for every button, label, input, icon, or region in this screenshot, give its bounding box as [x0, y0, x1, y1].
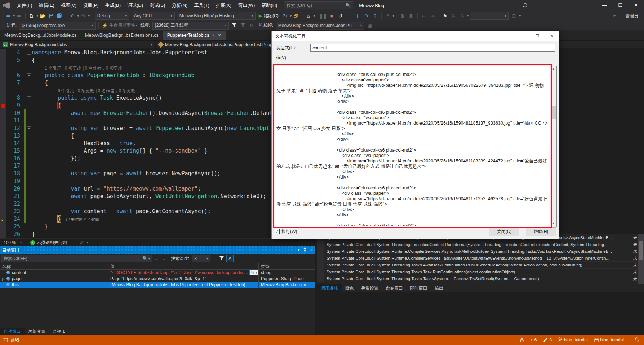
comment-icon[interactable]: 🗎	[399, 12, 407, 20]
close-icon[interactable]: ✕	[218, 33, 221, 38]
save-icon[interactable]	[47, 12, 55, 20]
variable-name-cell[interactable]: content	[0, 270, 108, 276]
scroll-down-icon[interactable]: ▼	[550, 220, 556, 227]
solution-platform-dropdown[interactable]: Any CPU▾	[132, 12, 175, 20]
collapse-icon[interactable]: −	[27, 126, 31, 130]
breakpoint-margin[interactable]	[0, 193, 6, 200]
breakpoint-margin[interactable]	[0, 125, 6, 132]
lifecycle-events-label[interactable]: 生命周期事件	[109, 22, 135, 28]
breakpoint-margin[interactable]	[0, 208, 6, 215]
expression-input[interactable]: content	[310, 44, 555, 52]
stop-debugging-icon[interactable]: ■	[328, 12, 336, 20]
value-text-area[interactable]: <div class="plus-col-xs6 plus-col-md2"> …	[275, 66, 557, 227]
document-tab[interactable]: MeowvBlogBackgr...bsExtensions.cs	[81, 31, 163, 40]
fold-marker[interactable]: −	[26, 49, 32, 57]
fold-marker[interactable]: −	[26, 125, 32, 132]
pin-icon[interactable]: ⊼	[212, 33, 215, 38]
breakpoint-margin[interactable]	[0, 57, 6, 64]
menu-item-s[interactable]: 测试(S)	[146, 0, 168, 11]
variable-row[interactable]: this{Meowv.Blog.BackgroundJobs.Jobs.Pupp…	[0, 282, 315, 288]
redo-icon[interactable]: ↷	[79, 12, 87, 20]
document-tab[interactable]: PuppeteerTestJob.cs⊼✕	[163, 31, 226, 40]
pin-icon[interactable]: ⊼	[303, 248, 306, 252]
previous-bookmark-icon[interactable]: ⚐	[450, 12, 458, 20]
breakpoint-margin[interactable]	[0, 94, 6, 102]
tab-命令窗口[interactable]: 命令窗口	[382, 284, 407, 292]
project-dropdown[interactable]: C# Meowv.Blog.BackgroundJobs▾	[0, 41, 156, 49]
variable-value-cell[interactable]: {Meowv.Blog.BackgroundJobs.Jobs.Puppetee…	[108, 282, 259, 288]
next-bookmark-icon[interactable]: ⚐	[458, 12, 466, 20]
navigate-back-icon[interactable]: ⬅	[4, 12, 12, 20]
breakpoint-margin[interactable]	[0, 230, 6, 238]
breakpoint-margin[interactable]	[0, 170, 6, 178]
minimize-button[interactable]: —	[596, 0, 612, 11]
feedback-icon[interactable]	[522, 2, 528, 9]
step-over-icon[interactable]: ↷	[363, 12, 370, 20]
breakpoint-margin[interactable]	[0, 102, 6, 109]
open-file-icon[interactable]: 📂	[39, 12, 46, 20]
search-icon[interactable]: 🔍	[345, 3, 351, 8]
breakpoint-margin[interactable]	[0, 72, 6, 79]
variable-row[interactable]: ▷pagePage "https://meowv.com/wallpaper?t…	[0, 276, 315, 282]
menu-item-f[interactable]: 文件(F)	[14, 0, 36, 11]
step-out-icon[interactable]: ⇡	[371, 12, 379, 20]
new-file-icon[interactable]: 🗋	[28, 12, 36, 20]
menu-item-t[interactable]: 工具(T)	[191, 0, 213, 11]
stack-frame-row[interactable]: System.Private.CoreLib.dll!System.Thread…	[317, 275, 644, 282]
breakpoint-margin[interactable]	[0, 140, 6, 147]
autos-search-input[interactable]: 搜索(Ctrl+E) 🔍 ▾	[1, 255, 152, 262]
scroll-up-icon[interactable]: ▲	[550, 66, 556, 72]
breakpoint-margin[interactable]	[0, 223, 6, 230]
browser-link-icon[interactable]: 🗗	[292, 12, 300, 20]
breakpoint-margin[interactable]	[0, 132, 6, 140]
breakpoint-margin[interactable]	[0, 155, 6, 162]
autos-variable-grid[interactable]: 名称值类型content"<!DOCTYPE html><html lang=\…	[0, 263, 315, 328]
tab-自动窗口[interactable]: 自动窗口	[0, 328, 25, 335]
restart-debugging-icon[interactable]: ↺	[337, 12, 345, 20]
menu-item-h[interactable]: 帮助(H)	[258, 0, 280, 11]
scrollbar-thumb[interactable]	[551, 106, 556, 119]
outgoing-commits[interactable]: ↑ 6	[530, 337, 537, 342]
empty-dropdown[interactable]: ▾	[470, 12, 509, 20]
collapse-icon[interactable]: −	[27, 96, 31, 100]
stackframe-dropdown[interactable]: Meowv.Blog.BackgroundJobs.Jobs.Pu▾	[276, 22, 364, 30]
collapse-icon[interactable]: −	[27, 73, 31, 77]
dialog-minimize-button[interactable]: —	[516, 31, 530, 41]
filter-icon[interactable]	[218, 256, 225, 261]
code-cleanup-icon[interactable]: 🖉	[78, 239, 86, 247]
search-depth-dropdown[interactable]: 3▾	[192, 255, 210, 262]
stack-frame-row[interactable]: System.Private.CoreLib.dll!System.Thread…	[317, 269, 644, 275]
close-icon[interactable]: ✕	[310, 248, 313, 252]
wrap-checkbox[interactable]: ✓	[275, 229, 280, 234]
notifications-bell-icon[interactable]	[634, 337, 639, 342]
pending-edits[interactable]: 3	[543, 337, 552, 342]
filter-flagged-icon[interactable]	[239, 22, 247, 30]
break-all-icon[interactable]: ❚❚	[319, 12, 327, 20]
restart-icon[interactable]: ↻	[281, 12, 289, 20]
codelens-text[interactable]: 1 个引用 | 0 项更改 | 0 名作者，0 项更改	[32, 66, 123, 71]
close-button[interactable]: ✕	[628, 0, 644, 11]
call-stack-list[interactable]: System.Private.CoreLib.dll!System.Runtim…	[317, 234, 644, 284]
search-icon[interactable]: 🔍	[142, 256, 148, 261]
window-position-icon[interactable]: ▾	[298, 248, 300, 252]
codelens-text[interactable]: 6 个引用 | 0 项更改 | 0 名作者，0 项更改	[32, 88, 136, 93]
menu-item-n[interactable]: 分析(N)	[168, 0, 191, 11]
solution-configuration-dropdown[interactable]: Debug▾	[95, 12, 129, 20]
breakpoint-margin[interactable]	[0, 109, 6, 117]
menu-item-v[interactable]: 视图(V)	[58, 0, 80, 11]
breakpoint-margin[interactable]	[0, 64, 6, 72]
bookmark-icon[interactable]: ⚑	[441, 12, 449, 20]
decrease-indent-icon[interactable]: ⇤	[420, 12, 428, 20]
toolbar-grip[interactable]: ⁞	[2, 23, 3, 27]
navigate-forward-icon[interactable]: ➡	[15, 12, 23, 20]
column-header[interactable]: 名称	[0, 263, 108, 269]
collapse-icon[interactable]: −	[27, 51, 31, 55]
variable-name-cell[interactable]: ▷page	[0, 276, 108, 282]
increase-indent-icon[interactable]: ⇥	[428, 12, 436, 20]
fold-marker[interactable]: −	[26, 72, 32, 79]
uncomment-icon[interactable]: 🗏	[407, 12, 415, 20]
output-window-icon[interactable]	[3, 338, 8, 342]
tab-输出[interactable]: 输出	[431, 284, 447, 292]
breakpoint-margin[interactable]	[0, 162, 6, 170]
hex-display-icon[interactable]: #	[384, 12, 392, 20]
